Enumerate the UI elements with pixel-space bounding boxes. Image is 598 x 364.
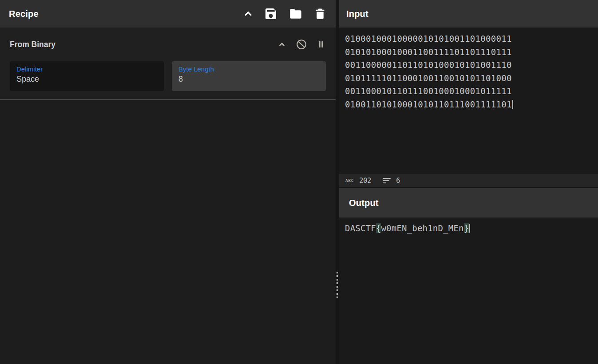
breakpoint-pause-button[interactable] bbox=[316, 39, 326, 50]
clear-recipe-button[interactable] bbox=[313, 7, 327, 21]
delimiter-value: Space bbox=[16, 75, 157, 84]
recipe-panel: Recipe bbox=[0, 0, 336, 364]
input-textarea[interactable]: 01000100010000010101001101000011 0101010… bbox=[339, 28, 598, 173]
text-cursor bbox=[512, 100, 513, 109]
line-count-icon bbox=[383, 178, 391, 183]
load-recipe-button[interactable] bbox=[288, 7, 304, 21]
chevron-up-icon bbox=[277, 40, 287, 49]
recipe-title: Recipe bbox=[9, 9, 39, 19]
input-line: 01010100010001100111101101110111 bbox=[345, 46, 598, 59]
text-cursor bbox=[469, 224, 470, 233]
disable-operation-button[interactable] bbox=[296, 39, 307, 50]
recipe-header: Recipe bbox=[0, 0, 336, 28]
save-icon bbox=[264, 7, 278, 21]
trash-icon bbox=[313, 7, 327, 21]
collapse-operation-button[interactable] bbox=[277, 40, 287, 49]
output-textarea[interactable]: DASCTF{w0mEN_beh1nD_MEn} bbox=[339, 218, 598, 364]
disable-icon bbox=[296, 39, 307, 50]
io-panel: Input 01000100010000010101001101000011 0… bbox=[339, 0, 598, 364]
input-header: Input bbox=[339, 0, 598, 28]
byte-length-label: Byte Length bbox=[178, 65, 319, 73]
input-title: Input bbox=[346, 9, 368, 19]
output-title: Output bbox=[349, 198, 379, 208]
operation-title: From Binary bbox=[10, 40, 55, 49]
operation-from-binary[interactable]: From Binary bbox=[0, 28, 336, 100]
line-count-value: 6 bbox=[396, 177, 400, 185]
input-line: 01001101010001010110111001111101 bbox=[345, 98, 598, 111]
output-header: Output bbox=[339, 188, 598, 218]
matched-open-brace: { bbox=[376, 223, 381, 233]
matched-close-brace: } bbox=[464, 223, 469, 233]
panel-splitter[interactable] bbox=[336, 0, 339, 364]
splitter-drag-handle-icon[interactable] bbox=[337, 272, 338, 298]
byte-length-field[interactable]: Byte Length bbox=[172, 61, 326, 91]
operation-ingredients: Delimiter Space Byte Length bbox=[0, 61, 336, 99]
output-text: DASCTF{w0mEN_beh1nD_MEn} bbox=[345, 223, 470, 233]
input-line: 00110000011011010100010101001110 bbox=[345, 59, 598, 72]
input-line: 00110001011011100100010001011111 bbox=[345, 85, 598, 98]
delimiter-label: Delimiter bbox=[16, 65, 157, 73]
collapse-recipe-button[interactable] bbox=[242, 8, 254, 20]
operation-header: From Binary bbox=[0, 28, 336, 61]
char-count-icon: ABC bbox=[345, 178, 354, 183]
input-line: 01011111011000100110010101101000 bbox=[345, 72, 598, 85]
input-line: 01000100010000010101001101000011 bbox=[345, 32, 598, 46]
byte-length-input[interactable] bbox=[178, 75, 319, 84]
chevron-up-icon bbox=[242, 8, 254, 20]
delimiter-select[interactable]: Delimiter Space bbox=[10, 61, 164, 91]
folder-icon bbox=[288, 7, 304, 21]
cyberchef-app: Recipe bbox=[0, 0, 598, 364]
recipe-toolbar bbox=[242, 7, 327, 21]
char-count-value: 202 bbox=[359, 177, 371, 185]
pause-icon bbox=[316, 39, 326, 50]
save-recipe-button[interactable] bbox=[264, 7, 278, 21]
recipe-list: From Binary bbox=[0, 28, 336, 364]
input-status-bar: ABC 202 6 bbox=[339, 173, 598, 188]
operation-icons bbox=[277, 39, 326, 50]
